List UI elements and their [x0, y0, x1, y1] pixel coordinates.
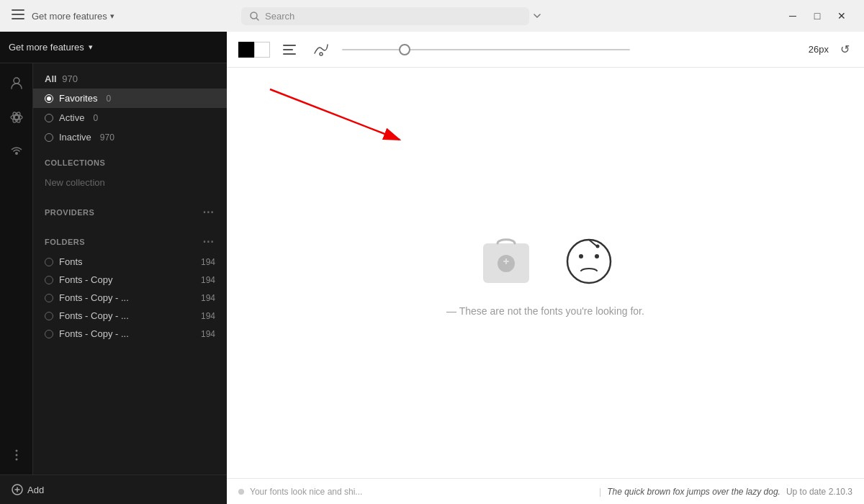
svg-point-11 [15, 450, 17, 452]
minimize-btn[interactable]: ─ [782, 6, 804, 26]
folder-item-2[interactable]: Fonts - Copy - ... 194 [33, 289, 227, 307]
inactive-radio [45, 133, 53, 142]
svg-rect-0 [12, 9, 24, 11]
size-slider[interactable] [342, 49, 630, 50]
empty-face-icon [564, 236, 614, 287]
folder-item-1[interactable]: Fonts - Copy 194 [33, 271, 227, 289]
align-btn[interactable] [279, 42, 300, 58]
status-dot [238, 489, 244, 495]
svg-line-4 [256, 18, 258, 20]
svg-point-29 [595, 254, 599, 258]
empty-state-message: — These are not the fonts you're looking… [446, 305, 644, 317]
folder-radio-1 [45, 276, 53, 284]
size-slider-container [342, 49, 630, 50]
more-icon-btn[interactable] [4, 443, 29, 467]
size-display: 26px [809, 44, 829, 55]
sidebar-header: Get more features ▾ [0, 32, 227, 63]
search-icon [250, 12, 259, 21]
search-dropdown-btn[interactable] [529, 11, 545, 22]
maximize-btn[interactable]: □ [806, 6, 828, 26]
empty-state: — These are not the fonts you're looking… [227, 68, 864, 478]
nav-item-all[interactable]: All 970 [33, 69, 227, 89]
podcast-icon-btn[interactable] [4, 140, 29, 164]
svg-point-31 [595, 245, 599, 248]
svg-rect-19 [283, 53, 296, 55]
sample-text-display: The quick brown fox jumps over the lazy … [607, 487, 780, 497]
folder-radio-3 [45, 312, 53, 320]
svg-point-5 [14, 78, 19, 84]
get-more-features-label[interactable]: Get more features ▾ [9, 42, 218, 53]
fonts-icon-btn[interactable] [4, 71, 29, 95]
title-bar-left: Get more features ▾ [6, 9, 233, 22]
close-btn[interactable]: ✕ [831, 6, 852, 26]
folder-item-4[interactable]: Fonts - Copy - ... 194 [33, 325, 227, 343]
style-btn[interactable] [309, 40, 333, 59]
sidebar-footer: Add [0, 474, 227, 504]
search-placeholder: Search [265, 11, 294, 22]
folder-radio-4 [45, 330, 53, 338]
svg-rect-26 [505, 258, 507, 264]
content-area: 26px ↺ [227, 32, 864, 504]
svg-line-22 [270, 89, 400, 140]
nav-item-inactive[interactable]: Inactive 970 [33, 127, 227, 147]
add-btn[interactable]: Add [12, 484, 44, 495]
status-preview-text: Your fonts look nice and shi... [250, 487, 593, 497]
reset-btn[interactable]: ↺ [837, 40, 852, 59]
main-layout: Get more features ▾ [0, 32, 864, 504]
status-version: Up to date 2.10.3 [786, 487, 852, 497]
color-black-swatch [238, 42, 254, 58]
search-box[interactable]: Search [241, 7, 529, 25]
folder-item-3[interactable]: Fonts - Copy - ... 194 [33, 307, 227, 325]
color-swatch-pair[interactable] [238, 42, 270, 58]
collections-section-title: COLLECTIONS [33, 147, 227, 171]
active-radio [45, 114, 53, 122]
svg-point-13 [15, 459, 17, 461]
svg-rect-2 [12, 18, 24, 19]
providers-section-title: PROVIDERS ⋯ [33, 194, 227, 223]
svg-rect-1 [12, 14, 24, 15]
folders-more-btn[interactable]: ⋯ [201, 235, 216, 248]
get-more-features-btn[interactable]: Get more features ▾ [32, 11, 114, 22]
sidebar-nav: All 970 Favorites 0 [33, 63, 227, 474]
title-bar: Get more features ▾ Search ─ □ ✕ [0, 0, 864, 32]
nav-item-favorites[interactable]: Favorites 0 [33, 89, 227, 108]
svg-rect-17 [283, 45, 296, 46]
favorites-radio [45, 94, 53, 103]
icon-strip [0, 63, 33, 474]
settings-icon-btn[interactable] [4, 105, 29, 130]
sidebar: Get more features ▾ [0, 32, 227, 504]
title-bar-search-area: Search [233, 7, 782, 25]
new-collection-btn[interactable]: New collection [33, 171, 227, 194]
svg-point-27 [567, 240, 611, 283]
svg-point-12 [15, 454, 17, 456]
svg-rect-18 [283, 49, 293, 50]
status-bar: Your fonts look nice and shi... | The qu… [227, 478, 864, 504]
empty-icons-row [477, 229, 614, 294]
sidebar-body: All 970 Favorites 0 [0, 63, 227, 474]
svg-point-28 [579, 254, 583, 258]
favorites-radio-filled [47, 96, 51, 101]
nav-item-active[interactable]: Active 0 [33, 108, 227, 127]
color-white-swatch [254, 42, 270, 58]
menu-icon[interactable] [12, 9, 24, 22]
toolbar: 26px ↺ [227, 32, 864, 68]
providers-more-btn[interactable]: ⋯ [201, 205, 216, 219]
window-controls: ─ □ ✕ [782, 6, 858, 26]
folder-radio-0 [45, 258, 53, 266]
folder-item-0[interactable]: Fonts 194 [33, 253, 227, 271]
empty-bag-icon [477, 229, 535, 294]
svg-point-10 [15, 152, 18, 155]
svg-point-20 [320, 53, 323, 55]
folders-section-title: FOLDERS ⋯ [33, 223, 227, 253]
folder-radio-2 [45, 294, 53, 302]
add-icon [12, 484, 23, 495]
